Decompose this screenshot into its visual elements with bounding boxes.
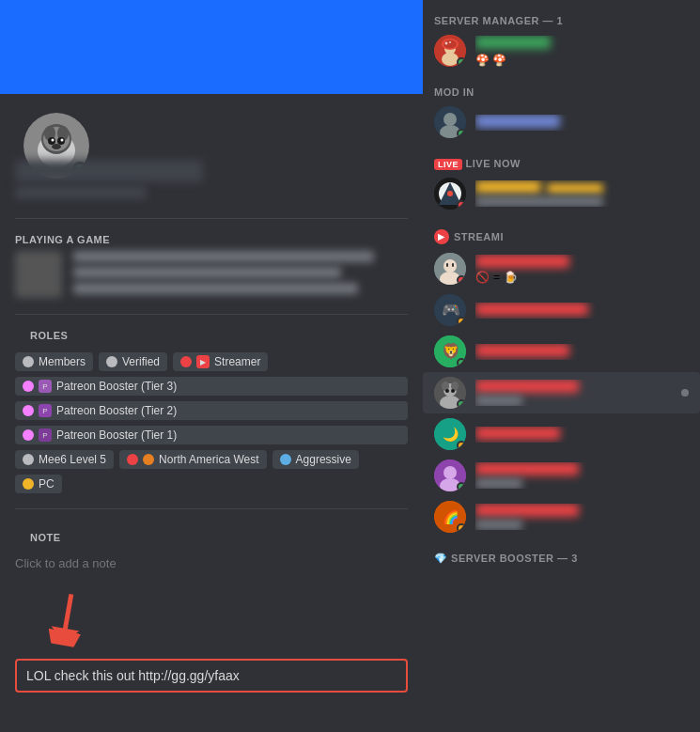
member-item-ttv2[interactable]: 🌈 [423,496,700,537]
member-avatar-container-ttv2: 🌈 [434,501,466,533]
note-placeholder[interactable]: Click to add a note [15,553,408,574]
svg-marker-13 [49,626,79,646]
member-avatar-burn: 🎮 [434,294,466,326]
member-info-nyc [475,380,672,406]
member-avatar-juss: 🦁 [434,335,466,367]
member-item-fran[interactable] [423,173,700,214]
role-label-members: Members [39,355,86,368]
avatar-container [0,94,423,150]
member-name-bala [475,255,569,268]
svg-point-22 [443,113,457,126]
svg-point-20 [449,41,451,43]
member-avatar-container-fran [434,178,466,210]
member-panel: SERVER MANAGER — 1 [423,0,700,732]
role-dot-aggressive [280,454,291,465]
role-dot-members [23,356,34,367]
role-icon-patreon2: P [39,404,52,417]
svg-rect-30 [446,263,448,267]
member-item-supr[interactable]: 🌙 [423,413,700,455]
playing-label: PLAYING A GAME [0,226,423,251]
status-dot-supr [457,441,466,450]
role-dot-namerica2 [143,454,154,465]
member-name-ttv1 [475,462,579,475]
member-item-nari[interactable]: 🍄 🍄 [423,30,700,71]
nari-icon1: 🍄 [475,54,490,67]
svg-point-16 [442,53,459,66]
member-item-burn[interactable]: 🎮 [423,289,700,331]
section-header-streaming: ▶ STREAMI [423,214,700,248]
role-dot-namerica [127,454,138,465]
svg-point-28 [443,259,457,273]
role-namerica: North America West [119,450,266,469]
game-thumbnail [15,251,62,298]
member-avatar-fran [434,178,466,210]
note-label: NOTE [15,524,408,549]
game-title-1 [73,251,374,262]
member-info-bala: 🚫 = 🍺 [475,255,689,284]
member-name-voic [475,115,560,128]
svg-text:🌈: 🌈 [443,509,459,525]
role-label-mee6: Mee6 Level 5 [39,453,106,466]
live-now-label: LIVE NOW [466,158,521,169]
member-name-juss [475,344,569,357]
nyc-indicator [681,389,689,397]
divider-2 [15,314,408,315]
member-avatar-ttv2: 🌈 [434,501,466,533]
role-label-verified: Verified [122,355,160,368]
role-members: Members [15,352,93,371]
member-name-supr [475,427,560,440]
role-label-aggressive: Aggressive [296,453,351,466]
note-input-text[interactable]: LOL check this out http://gg.gg/yfaax [26,668,397,683]
member-avatar-container-supr: 🌙 [434,418,466,450]
roles-label: ROLES [15,322,408,347]
member-info-voic [475,115,689,131]
member-avatar-container-burn: 🎮 [434,294,466,326]
divider-1 [15,218,408,219]
role-verified: Verified [99,352,167,371]
member-item-ttv1[interactable] [423,455,700,496]
game-info [73,251,408,299]
role-label-patreon1: Patreon Booster (Tier 1) [56,428,177,442]
member-name-ttv2 [475,504,579,517]
member-info-ttv2 [475,504,689,530]
section-header-live-now: LIVE LIVE NOW [423,143,700,173]
member-item-bala[interactable]: 🚫 = 🍺 [423,248,700,289]
member-sub-status-ttv1 [475,478,522,489]
role-label-patreon3: Patreon Booster (Tier 3) [56,380,177,393]
status-dot-bala [457,275,466,285]
section-header-server-manager: SERVER MANAGER — 1 [423,0,700,30]
member-info-burn [475,303,689,319]
svg-point-10 [52,144,61,149]
status-dot-fran [457,200,466,210]
role-label-streamer: Streamer [214,355,260,368]
profile-panel: PLAYING A GAME ROLES Members Verified ▶ … [0,0,423,732]
svg-point-8 [52,139,54,142]
role-dot-patreon2 [23,405,34,416]
role-aggressive: Aggressive [272,450,359,469]
bala-icon-beer: 🍺 [504,271,518,284]
note-input-wrapper[interactable]: LOL check this out http://gg.gg/yfaax [15,659,408,693]
role-patreon1: P Patreon Booster (Tier 1) [15,426,408,444]
username-section [0,160,423,210]
status-dot-ttv2 [457,523,466,533]
member-info-nari: 🍄 🍄 [475,36,689,67]
member-sub-status-ttv2 [475,520,522,530]
member-item-nyc[interactable] [423,372,700,413]
server-booster-label: SERVER BOOSTER — 3 [451,553,578,564]
member-item-voic[interactable] [423,101,700,143]
username-blur [15,160,203,182]
svg-rect-31 [452,263,454,267]
divider-3 [15,508,408,509]
nari-icon2: 🍄 [492,54,506,67]
role-patreon2: P Patreon Booster (Tier 2) [15,401,408,420]
status-dot-nari [457,57,466,67]
roles-grid: Members Verified ▶ Streamer P Patreon Bo… [15,352,408,493]
status-dot-nyc [457,399,466,409]
member-name-nari [475,36,551,49]
member-info-supr [475,427,689,443]
svg-point-26 [447,191,453,196]
role-icon-patreon1: P [39,428,52,442]
member-name-burn [475,303,588,316]
member-avatar-supr: 🌙 [434,418,466,450]
member-item-juss[interactable]: 🦁 [423,331,700,372]
